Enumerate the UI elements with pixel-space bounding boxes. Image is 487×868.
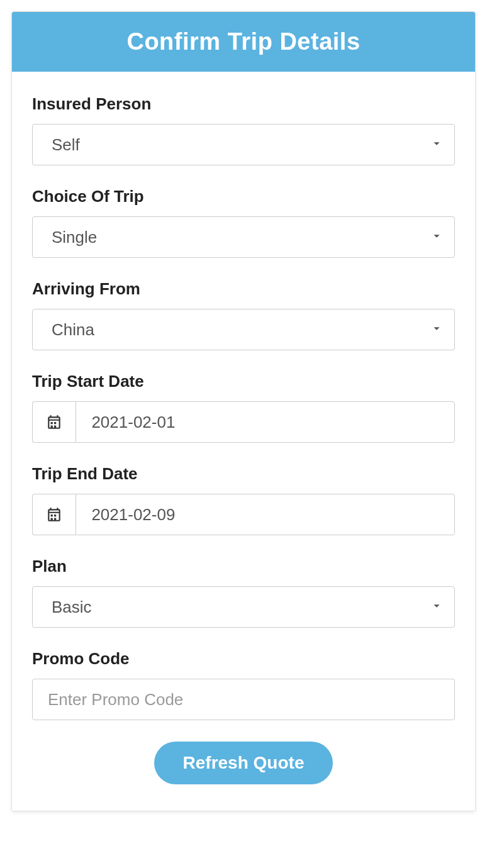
arriving-from-label: Arriving From [32, 279, 455, 299]
card-header: Confirm Trip Details [12, 12, 475, 72]
card-body: Insured Person Self Choice Of Trip Singl… [12, 72, 475, 811]
card-title: Confirm Trip Details [126, 28, 360, 55]
refresh-quote-button[interactable]: Refresh Quote [154, 742, 333, 784]
promo-code-label: Promo Code [32, 649, 455, 669]
promo-code-input[interactable] [32, 679, 455, 720]
trip-end-date-input[interactable] [76, 494, 455, 535]
field-arriving-from: Arriving From China [32, 279, 455, 350]
trip-start-date-label: Trip Start Date [32, 372, 455, 391]
choice-of-trip-label: Choice Of Trip [32, 187, 455, 206]
trip-details-card: Confirm Trip Details Insured Person Self… [11, 11, 476, 811]
insured-person-label: Insured Person [32, 94, 455, 114]
field-plan: Plan Basic [32, 557, 455, 628]
plan-label: Plan [32, 557, 455, 576]
field-choice-of-trip: Choice Of Trip Single [32, 187, 455, 258]
calendar-icon[interactable] [32, 494, 76, 535]
field-insured-person: Insured Person Self [32, 94, 455, 165]
insured-person-select[interactable]: Self [32, 124, 455, 165]
choice-of-trip-select[interactable]: Single [32, 216, 455, 258]
calendar-icon[interactable] [32, 401, 76, 443]
field-trip-start-date: Trip Start Date [32, 372, 455, 443]
trip-start-date-input[interactable] [76, 401, 455, 443]
trip-end-date-label: Trip End Date [32, 464, 455, 484]
field-trip-end-date: Trip End Date [32, 464, 455, 535]
arriving-from-select[interactable]: China [32, 309, 455, 350]
action-row: Refresh Quote [32, 742, 455, 784]
plan-select[interactable]: Basic [32, 586, 455, 628]
field-promo-code: Promo Code [32, 649, 455, 720]
